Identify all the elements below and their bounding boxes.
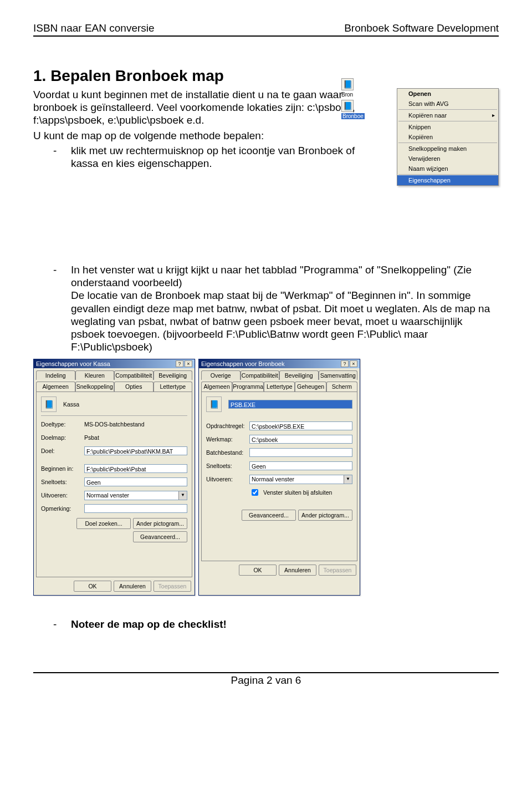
bullet-2: In het venster wat u krijgt kijkt u naar…: [71, 263, 499, 353]
tab-algemeen[interactable]: Algemeen: [36, 382, 75, 392]
value-doelmap: Psbat: [84, 434, 99, 441]
label-uitvoeren: Uitvoeren:: [41, 492, 84, 499]
tab-overige[interactable]: Overige: [201, 370, 241, 380]
tab-lettertype[interactable]: Lettertype: [264, 382, 295, 392]
input-name[interactable]: PSB.EXE: [228, 400, 352, 409]
tab-kleuren[interactable]: Kleuren: [75, 370, 115, 380]
shortcut-icon-bron: 📘: [341, 78, 354, 90]
bullet-3: Noteer de map op de checklist!: [71, 618, 227, 631]
label-sneltoets: Sneltoets:: [206, 462, 249, 469]
tab-algemeen[interactable]: Algemeen: [201, 382, 232, 392]
dialog-title: Eigenschappen voor Kassa: [36, 360, 110, 367]
label-batch: Batchbestand:: [206, 449, 249, 456]
dialog-title: Eigenschappen voor Bronboek: [201, 360, 284, 367]
ctx-scan-avg[interactable]: Scan with AVG: [397, 99, 498, 109]
ok-button[interactable]: OK: [74, 581, 111, 592]
paragraph-1: Voordat u kunt beginnen met de installat…: [33, 88, 364, 127]
header-left: ISBN naar EAN conversie: [33, 22, 155, 34]
shortcut-icon-bronboe: 📘: [341, 100, 354, 112]
ander-pictogram-button[interactable]: Ander pictogram...: [298, 510, 352, 521]
close-button[interactable]: ×: [185, 360, 192, 367]
page-header: ISBN naar EAN conversie Bronboek Softwar…: [33, 22, 499, 34]
ctx-rename[interactable]: Naam wijzigen: [397, 164, 498, 174]
properties-dialog-kassa: Eigenschappen voor Kassa ? × Indeling Kl…: [33, 359, 195, 596]
page-footer: Pagina 2 van 6: [33, 672, 499, 687]
tab-opties[interactable]: Opties: [114, 382, 154, 392]
ctx-properties[interactable]: Eigenschappen: [397, 175, 498, 185]
input-opmerking[interactable]: [84, 504, 187, 513]
cancel-button[interactable]: Annuleren: [279, 565, 316, 576]
footer-rule: [33, 672, 499, 673]
chevron-down-icon[interactable]: ▼: [178, 491, 187, 500]
ctx-separator: [398, 143, 497, 143]
tab-indeling[interactable]: Indeling: [36, 370, 75, 380]
label-opdracht: Opdrachtregel:: [206, 423, 249, 429]
label-beginnen: Beginnen in:: [41, 465, 84, 472]
input-werkmap[interactable]: C:\psboek: [249, 435, 352, 444]
ctx-separator: [398, 109, 497, 110]
ctx-create-shortcut[interactable]: Snelkoppeling maken: [397, 144, 498, 154]
ok-button[interactable]: OK: [239, 565, 277, 576]
apply-button[interactable]: Toepassen: [154, 581, 191, 592]
tab-snelkoppeling[interactable]: Snelkoppeling: [75, 382, 115, 392]
shortcut-label-bron: Bron: [341, 92, 366, 98]
ctx-copy-to[interactable]: Kopiëren naar: [397, 110, 498, 120]
input-sneltoets[interactable]: Geen: [249, 461, 352, 470]
tab-beveiliging[interactable]: Beveiliging: [279, 370, 319, 380]
input-sneltoets[interactable]: Geen: [84, 477, 187, 486]
checkbox-input[interactable]: [252, 489, 258, 496]
checkbox-label: Venster sluiten bij afsluiten: [263, 489, 332, 496]
properties-dialog-bronboek: Eigenschappen voor Bronboek ? × Overige …: [198, 359, 360, 596]
tab-programma[interactable]: Programma: [232, 382, 264, 392]
select-uitvoeren[interactable]: Normaal venster ▼: [249, 475, 352, 484]
shortcut-name: Kassa: [63, 401, 79, 408]
ctx-copy[interactable]: Kopiëren: [397, 132, 498, 142]
label-uitvoeren: Uitvoeren:: [206, 476, 249, 482]
label-opmerking: Opmerking:: [41, 505, 84, 512]
input-doel[interactable]: F:\public\Psboek\Psbat\NKM.BAT: [84, 446, 187, 455]
desktop-shortcut-icons: 📘 Bron 📘 Bronboe: [341, 78, 366, 119]
context-menu[interactable]: Openen Scan with AVG Kopiëren naar Knipp…: [397, 88, 499, 186]
label-doel: Doel:: [41, 448, 84, 454]
chevron-down-icon[interactable]: ▼: [344, 475, 352, 484]
help-button[interactable]: ?: [341, 360, 349, 367]
tab-beveiliging[interactable]: Beveiliging: [154, 370, 193, 380]
tab-scherm[interactable]: Scherm: [326, 382, 357, 392]
close-button[interactable]: ×: [350, 360, 357, 367]
ander-pictogram-button[interactable]: Ander pictogram...: [133, 518, 187, 529]
label-sneltoets: Sneltoets:: [41, 479, 84, 485]
help-button[interactable]: ?: [176, 360, 183, 367]
tab-compat[interactable]: Compatibiliteit: [114, 370, 154, 380]
shortcut-icon: 📘: [41, 397, 57, 412]
checkbox-close-on-exit[interactable]: Venster sluiten bij afsluiten: [249, 487, 352, 497]
apply-button[interactable]: Toepassen: [319, 565, 356, 576]
select-value: Normaal venster: [252, 476, 294, 482]
ctx-cut[interactable]: Knippen: [397, 122, 498, 132]
select-uitvoeren[interactable]: Normaal venster ▼: [84, 491, 187, 500]
label-doeltype: Doeltype:: [41, 421, 84, 428]
tab-samenvatting[interactable]: Samenvatting: [319, 370, 358, 380]
geavanceerd-button[interactable]: Geavanceerd...: [133, 531, 187, 542]
header-rule: [33, 35, 499, 37]
shortcut-label-bronboe: Bronboe: [341, 113, 365, 119]
ctx-open[interactable]: Openen: [397, 89, 498, 99]
cancel-button[interactable]: Annuleren: [114, 581, 151, 592]
page-number: Pagina 2 van 6: [231, 674, 301, 686]
tab-compat[interactable]: Compatibiliteit: [241, 370, 280, 380]
section-heading: 1. Bepalen Bronboek map: [33, 67, 499, 85]
label-doelmap: Doelmap:: [41, 434, 84, 441]
input-beginnen-in[interactable]: F:\public\Psboek\Psbat: [84, 464, 187, 473]
geavanceerd-button[interactable]: Geavanceerd...: [242, 510, 296, 521]
label-werkmap: Werkmap:: [206, 436, 249, 443]
tab-content: 📘 Kassa Doeltype: MS-DOS-batchbestand Do…: [36, 392, 192, 577]
input-opdrachtregel[interactable]: C:\psboek\PSB.EXE: [249, 421, 352, 430]
input-batchbestand[interactable]: [249, 448, 352, 457]
tab-lettertype[interactable]: Lettertype: [154, 382, 193, 392]
ctx-delete[interactable]: Verwijderen: [397, 154, 498, 164]
dialogs-row: Eigenschappen voor Kassa ? × Indeling Kl…: [33, 359, 499, 596]
header-right: Bronboek Software Development: [344, 22, 499, 34]
tab-content: 📘 PSB.EXE Opdrachtregel: C:\psboek\PSB.E…: [201, 392, 357, 561]
value-doeltype: MS-DOS-batchbestand: [84, 421, 145, 428]
doel-zoeken-button[interactable]: Doel zoeken...: [76, 518, 131, 529]
tab-geheugen[interactable]: Geheugen: [295, 382, 326, 392]
